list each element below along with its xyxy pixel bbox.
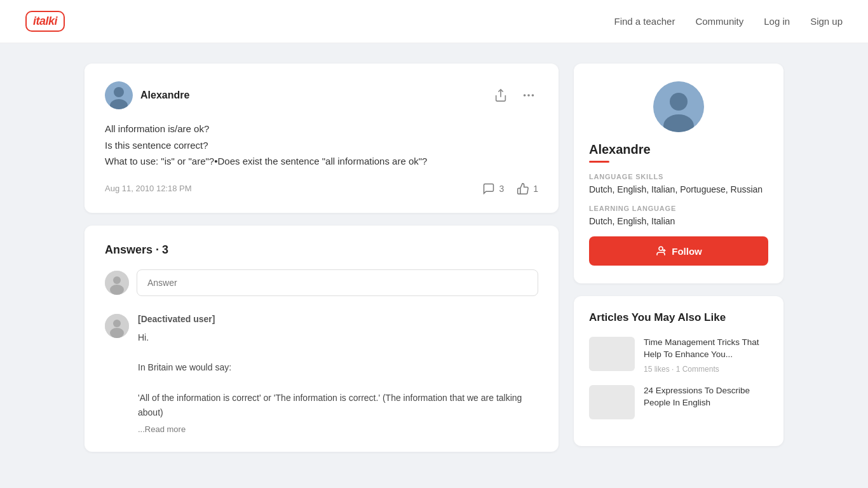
article-title-1: Time Management Tricks That Help To Enha… (644, 337, 768, 361)
articles-title: Articles You May Also Like (589, 311, 768, 324)
article-title-2: 24 Expressions To Describe People In Eng… (644, 385, 768, 409)
post-timestamp: Aug 11, 2010 12:18 PM (105, 184, 192, 193)
answers-card: Answers · 3 (85, 226, 559, 452)
answers-heading: Answers · 3 (105, 243, 538, 257)
follow-button[interactable]: Follow (589, 236, 768, 266)
svg-point-8 (113, 276, 121, 284)
main-nav: Find a teacher Community Log in Sign up (614, 16, 843, 27)
profile-avatar (653, 81, 704, 132)
content-line-1: All information is/are ok? (105, 121, 538, 137)
answer-author-name: [Deactivated user] (138, 314, 538, 324)
language-skills-value: Dutch, English, Italian, Portuguese, Rus… (589, 184, 768, 194)
nav-signup[interactable]: Sign up (810, 16, 843, 27)
answer-user-avatar (105, 314, 129, 338)
comments-count: 3 (499, 184, 504, 194)
follow-icon (655, 245, 667, 257)
svg-point-14 (670, 93, 688, 111)
share-button[interactable] (491, 86, 510, 105)
post-content: All information is/are ok? Is this sente… (105, 121, 538, 170)
profile-card: Alexandre LANGUAGE SKILLS Dutch, English… (574, 64, 783, 283)
svg-point-16 (659, 247, 663, 250)
right-column: Alexandre LANGUAGE SKILLS Dutch, English… (574, 64, 783, 464)
post-footer: Aug 11, 2010 12:18 PM 3 1 (105, 182, 538, 195)
article-thumb-2 (589, 385, 635, 419)
svg-point-11 (113, 320, 121, 327)
article-item-1[interactable]: Time Management Tricks That Help To Enha… (589, 337, 768, 374)
content-line-2: Is this sentence correct? (105, 137, 538, 154)
italki-logo[interactable]: italki (25, 11, 65, 32)
likes-count: 1 (533, 184, 538, 194)
header: italki Find a teacher Community Log in S… (0, 0, 868, 43)
svg-point-1 (114, 87, 124, 97)
article-info-2: 24 Expressions To Describe People In Eng… (644, 385, 768, 419)
nav-find-teacher[interactable]: Find a teacher (614, 16, 675, 27)
likes-button[interactable]: 1 (517, 182, 538, 195)
content-line-3: What to use: "is" or "are"?•Does exist t… (105, 153, 538, 170)
post-author: Alexandre (105, 81, 189, 109)
article-item-2[interactable]: 24 Expressions To Describe People In Eng… (589, 385, 768, 419)
post-actions (491, 86, 538, 105)
svg-point-6 (532, 94, 534, 97)
learning-language-value: Dutch, English, Italian (589, 216, 768, 226)
current-user-avatar (105, 271, 129, 295)
follow-btn-label: Follow (672, 246, 702, 257)
article-meta-1: 15 likes · 1 Comments (644, 365, 768, 374)
answer-input-row (105, 269, 538, 296)
logo-container: italki (25, 11, 65, 32)
answer-input[interactable] (137, 269, 538, 296)
answer-text: Hi. In Britain we would say: 'All of the… (138, 330, 538, 421)
svg-point-9 (110, 285, 124, 295)
question-card: Alexandre (85, 64, 559, 213)
main-layout: Alexandre (72, 43, 796, 485)
svg-point-5 (527, 94, 530, 97)
profile-name: Alexandre (589, 142, 768, 157)
svg-point-12 (110, 328, 124, 338)
article-info-1: Time Management Tricks That Help To Enha… (644, 337, 768, 374)
answer-item: [Deactivated user] Hi. In Britain we wou… (105, 314, 538, 435)
nav-community[interactable]: Community (695, 16, 743, 27)
post-header: Alexandre (105, 81, 538, 109)
comments-button[interactable]: 3 (482, 182, 504, 195)
nav-login[interactable]: Log in (764, 16, 790, 27)
profile-divider (589, 161, 609, 163)
author-avatar (105, 81, 133, 109)
left-column: Alexandre (85, 64, 559, 464)
learning-language-label: LEARNING LANGUAGE (589, 205, 768, 212)
articles-card: Articles You May Also Like Time Manageme… (574, 296, 783, 446)
more-options-button[interactable] (519, 86, 538, 105)
post-stats: 3 1 (482, 182, 538, 195)
svg-point-4 (524, 94, 526, 97)
read-more-link[interactable]: ...Read more (138, 424, 538, 434)
language-skills-label: LANGUAGE SKILLS (589, 173, 768, 180)
author-name: Alexandre (140, 90, 189, 101)
answer-body: [Deactivated user] Hi. In Britain we wou… (138, 314, 538, 435)
article-thumb-1 (589, 337, 635, 371)
